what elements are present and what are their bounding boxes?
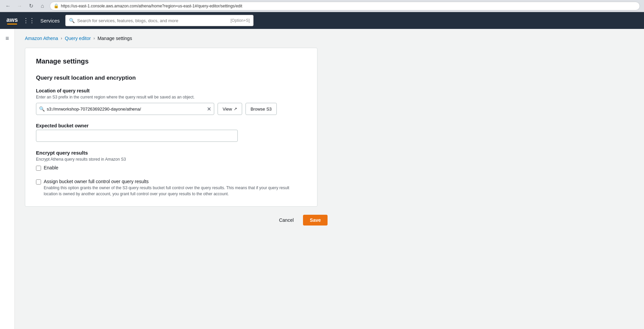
lock-icon: 🔒 — [53, 3, 59, 8]
view-button[interactable]: View ↗ — [218, 103, 242, 115]
main-content: Amazon Athena › Query editor › Manage se… — [15, 29, 644, 329]
breadcrumb-sep-2: › — [93, 36, 95, 41]
encrypt-title: Encrypt query results — [36, 150, 306, 156]
expected-owner-group: Expected bucket owner — [36, 123, 306, 142]
page-layout: ≡ Amazon Athena › Query editor › Manage … — [0, 29, 644, 329]
assign-owner-label-group: Assign bucket owner full control over qu… — [44, 179, 299, 197]
manage-settings-card: Manage settings Query result location an… — [25, 48, 317, 207]
location-clear-button[interactable]: ✕ — [207, 106, 211, 112]
encrypt-hint: Encrypt Athena query results stored in A… — [36, 157, 306, 162]
location-hint: Enter an S3 prefix in the current region… — [36, 95, 306, 99]
location-input-wrapper: 🔍 ✕ — [36, 103, 214, 115]
breadcrumb-amazon-athena[interactable]: Amazon Athena — [25, 36, 58, 41]
aws-logo-line — [7, 24, 17, 25]
address-bar[interactable]: 🔒 https://us-east-1.console.aws.amazon.c… — [50, 2, 640, 10]
aws-logo-text: aws — [6, 17, 18, 23]
section-title: Query result location and encryption — [36, 75, 306, 81]
forward-button[interactable]: → — [15, 2, 24, 10]
browse-s3-button[interactable]: Browse S3 — [245, 103, 277, 115]
browser-bar: ← → ↻ ⌂ 🔒 https://us-east-1.console.aws.… — [0, 0, 644, 12]
enable-encrypt-checkbox[interactable] — [36, 166, 41, 171]
breadcrumb-sep-1: › — [61, 36, 62, 41]
location-label: Location of query result — [36, 88, 306, 93]
nav-search-box[interactable]: 🔍 [Option+S] — [65, 15, 254, 26]
page-title: Manage settings — [36, 57, 306, 65]
location-row: 🔍 ✕ View ↗ Browse S3 — [36, 103, 306, 115]
aws-nav: aws ⋮⋮ Services 🔍 [Option+S] — [0, 12, 644, 29]
home-button[interactable]: ⌂ — [38, 2, 46, 10]
assign-owner-checkbox[interactable] — [36, 179, 41, 184]
enable-encrypt-label-group: Enable — [44, 165, 59, 170]
location-input[interactable] — [47, 107, 205, 112]
view-button-label: View — [223, 107, 232, 112]
location-search-icon: 🔍 — [39, 106, 45, 112]
back-button[interactable]: ← — [4, 2, 12, 10]
browse-s3-label: Browse S3 — [251, 107, 272, 112]
search-shortcut: [Option+S] — [230, 18, 250, 23]
breadcrumb-current: Manage settings — [98, 36, 132, 41]
breadcrumb: Amazon Athena › Query editor › Manage se… — [25, 36, 634, 41]
save-button[interactable]: Save — [303, 215, 328, 225]
assign-owner-label: Assign bucket owner full control over qu… — [44, 179, 299, 184]
reload-button[interactable]: ↻ — [27, 2, 35, 10]
sidebar-menu-icon[interactable]: ≡ — [3, 33, 11, 44]
breadcrumb-query-editor[interactable]: Query editor — [65, 36, 91, 41]
enable-encrypt-row: Enable — [36, 165, 306, 171]
location-field-group: Location of query result Enter an S3 pre… — [36, 88, 306, 115]
expected-owner-input[interactable] — [36, 130, 238, 142]
external-link-icon: ↗ — [234, 107, 237, 111]
services-nav-button[interactable]: Services — [39, 18, 61, 24]
assign-owner-description: Enabling this option grants the owner of… — [44, 185, 299, 197]
sidebar: ≡ — [0, 29, 15, 329]
grid-icon[interactable]: ⋮⋮ — [23, 17, 35, 24]
assign-owner-row: Assign bucket owner full control over qu… — [36, 179, 306, 197]
expected-owner-label: Expected bucket owner — [36, 123, 306, 128]
url-text: https://us-east-1.console.aws.amazon.com… — [61, 4, 242, 8]
action-bar: Cancel Save — [25, 215, 328, 225]
encrypt-section: Encrypt query results Encrypt Athena que… — [36, 150, 306, 171]
nav-search-input[interactable] — [77, 18, 228, 23]
enable-encrypt-label: Enable — [44, 165, 59, 170]
aws-logo: aws — [5, 17, 19, 25]
cancel-button[interactable]: Cancel — [274, 215, 299, 225]
nav-search-icon: 🔍 — [69, 18, 75, 23]
